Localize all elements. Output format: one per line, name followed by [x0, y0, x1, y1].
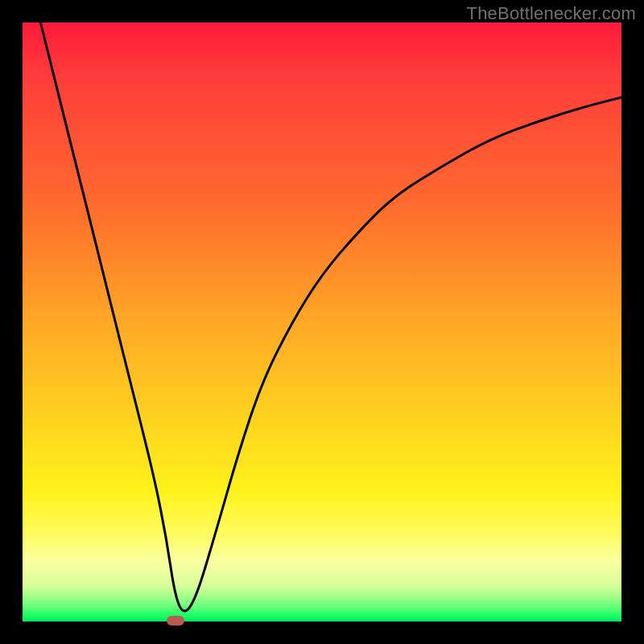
watermark-text: TheBottlenecker.com	[467, 3, 636, 24]
minimum-marker	[167, 616, 184, 625]
chart-frame: TheBottlenecker.com	[0, 0, 644, 644]
gradient-plot-area	[23, 23, 621, 621]
bottleneck-curve	[23, 23, 621, 621]
